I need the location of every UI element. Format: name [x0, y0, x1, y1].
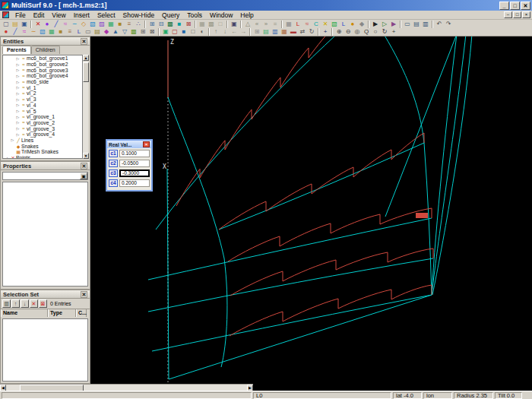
view-rendered-button[interactable]: ■ [175, 20, 184, 28]
tree-item[interactable]: ▦TriMesh Snakes [3, 149, 87, 155]
variable-label-c1[interactable]: c1 [109, 150, 118, 157]
page-delete-button[interactable]: ▦ [280, 28, 289, 36]
insert-bcurve-button[interactable]: ≈ [61, 20, 70, 28]
link-views-button[interactable]: ⇄ [298, 28, 307, 36]
show-snakes-button[interactable]: C [312, 20, 321, 28]
expander-icon[interactable]: ▷ [15, 68, 21, 72]
undo-button[interactable]: ↶ [435, 20, 444, 28]
menu-query[interactable]: Query [158, 11, 183, 20]
tree-item[interactable]: ▷≈mc6_bot_groove2 [3, 62, 87, 68]
orient-top-button[interactable]: ↑ [211, 28, 220, 36]
vis-line-button[interactable]: ╱ [11, 28, 20, 36]
insert-solid-button[interactable]: ■ [116, 20, 125, 28]
vis-snake-button[interactable]: ∼ [29, 28, 38, 36]
tab-parents[interactable]: Parents [2, 46, 31, 54]
window-tile-horizontal-button[interactable]: ▤ [412, 20, 421, 28]
expander-icon[interactable]: ▷ [15, 115, 21, 119]
tree-item[interactable]: ▷≈vl_2 [3, 90, 87, 97]
menu-window[interactable]: Window [206, 11, 236, 20]
notes-button[interactable]: ▬ [289, 28, 298, 36]
rotate-view-button[interactable]: ↻ [380, 28, 389, 36]
show-points-button[interactable]: ● [348, 20, 357, 28]
tree-item[interactable]: ◆Snakes [3, 143, 87, 149]
expander-icon[interactable]: ▲ [5, 156, 10, 159]
entity-tree-scrollbar[interactable]: ▲ ▼ [82, 55, 88, 159]
show-checks-button[interactable]: ✕ [321, 20, 330, 28]
real-values-title-bar[interactable]: Real Val... × [107, 141, 151, 148]
real-values-close-icon[interactable]: × [143, 141, 150, 147]
expander-icon[interactable]: ▷ [15, 120, 21, 125]
show-surfaces-button[interactable]: ▧ [330, 20, 339, 28]
grid-fine-button[interactable]: ▩ [207, 20, 216, 28]
tree-item[interactable]: ▷≈vl_groove_2 [3, 120, 87, 126]
properties-entity-selector[interactable]: ▣ [2, 172, 88, 180]
scroll-down-icon[interactable]: ▼ [83, 153, 89, 159]
view-perspective-button[interactable]: ⊠ [184, 20, 193, 28]
variable-label-c2[interactable]: c2 [109, 160, 118, 167]
delete-entity-button[interactable]: ✕ [33, 20, 43, 28]
page-move-button[interactable]: ▥ [271, 28, 280, 36]
show-lines-button[interactable]: L [293, 20, 302, 28]
orient-right-button[interactable]: → [239, 28, 248, 36]
vis-parents-button[interactable]: ▲ [111, 28, 120, 36]
zoom-window-button[interactable]: Q [362, 28, 371, 36]
menu-edit[interactable]: Edit [30, 11, 49, 20]
mesh-toggle-button[interactable]: ▦ [284, 20, 293, 28]
move-down-button[interactable]: ↓ [21, 299, 29, 308]
invert-visibility-button[interactable]: ◐ [198, 28, 207, 36]
close-button[interactable]: ✕ [521, 2, 530, 10]
insert-point-button[interactable]: ● [43, 20, 52, 28]
snap-cursor-button[interactable]: + [321, 28, 330, 36]
vis-group-button[interactable]: ▩ [129, 28, 138, 36]
value-field-c1[interactable]: 0.1000 [119, 150, 150, 157]
vis-surface-button[interactable]: ▧ [38, 28, 47, 36]
show-weights-button[interactable]: ◆ [357, 20, 366, 28]
vis-frame-button[interactable]: ▭ [84, 28, 93, 36]
vis-entity-button[interactable]: ◆ [102, 28, 111, 36]
vis-contour-button[interactable]: ≡ [65, 28, 74, 36]
show-labels-button[interactable]: L [339, 20, 348, 28]
menu-view[interactable]: View [48, 11, 69, 20]
menu-select[interactable]: Select [93, 11, 119, 20]
select-cursor-button[interactable]: ▶ [371, 20, 380, 28]
insert-trimesh-button[interactable]: ▦ [106, 20, 116, 28]
vis-trimesh-button[interactable]: ▦ [47, 28, 56, 36]
expander-icon[interactable]: ▷ [15, 56, 21, 61]
show-selected-button[interactable]: ▣ [161, 28, 170, 36]
window-cascade-button[interactable]: ▭ [403, 20, 412, 28]
remove-entry-button[interactable]: ✕ [30, 299, 38, 308]
file-open-button[interactable]: ▤ [11, 20, 20, 28]
horizontal-scrollbar[interactable]: ◀ ▶ [0, 384, 253, 391]
expander-icon[interactable]: ▷ [15, 126, 21, 131]
tree-item[interactable]: ▷≈mc6_bot_groove3 [3, 67, 87, 73]
properties-selector-icon[interactable]: ▣ [80, 173, 87, 179]
tree-item[interactable]: ▷≈mc6_bot_groove1 [3, 55, 87, 62]
tree-item[interactable]: ▷≈vl_groove_1 [3, 114, 87, 120]
vis-point-button[interactable]: ● [2, 28, 11, 36]
page-duplicate-button[interactable]: ▤ [261, 28, 271, 36]
minimize-button[interactable]: _ [499, 2, 509, 10]
page-copy-button[interactable]: ⊞ [252, 28, 261, 36]
view-wireframe-button[interactable]: ⊞ [147, 20, 157, 28]
hide-all-button[interactable]: □ [188, 28, 198, 36]
tree-item[interactable]: ▲✕Points [3, 155, 87, 159]
insert-relabel-button[interactable]: ∴ [134, 20, 143, 28]
column-header-name[interactable]: Name [1, 309, 48, 317]
expander-icon[interactable]: ▷ [10, 138, 15, 142]
grid-coarse-button[interactable]: ▦ [198, 20, 207, 28]
vis-label-button[interactable]: L [74, 28, 84, 36]
file-new-button[interactable]: ▢ [2, 20, 11, 28]
value-field-c4[interactable]: 0.2000 [119, 179, 150, 187]
menu-insert[interactable]: Insert [70, 11, 93, 20]
viewport[interactable]: ZX [90, 36, 532, 391]
scroll-up-icon[interactable]: ▲ [83, 55, 89, 61]
tree-item[interactable]: ▷≈vl_3 [3, 97, 87, 103]
menu-help[interactable]: Help [236, 11, 257, 20]
expander-icon[interactable]: ▷ [15, 62, 21, 67]
vis-solid-button[interactable]: ■ [56, 28, 65, 36]
zoom-actual-button[interactable]: ◎ [353, 28, 362, 36]
column-header-type[interactable]: Type [48, 309, 76, 317]
grid-off-button[interactable]: □ [216, 20, 225, 28]
menu-show-hide[interactable]: Show-Hide [119, 11, 159, 20]
tree-item[interactable]: ▷≈vl_4 [3, 103, 87, 109]
